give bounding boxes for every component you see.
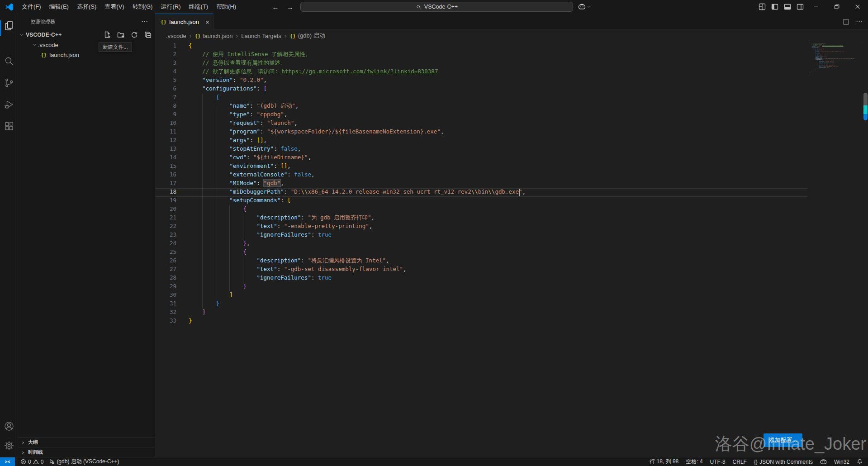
menu-item[interactable]: 帮助(H) <box>212 0 240 14</box>
breadcrumb-item[interactable]: Launch Targets <box>241 33 281 39</box>
command-center-search[interactable]: VSCode-C++ <box>300 2 573 12</box>
menu-item[interactable]: 运行(R) <box>157 0 185 14</box>
indentation-status[interactable]: 空格: 4 <box>686 458 702 466</box>
language-mode-status[interactable]: {} JSON with Comments <box>754 459 813 465</box>
line-number[interactable]: 30 <box>155 291 176 300</box>
code-line[interactable]: "miDebuggerPath": "D:\\x86_64-14.2.0-rel… <box>189 188 526 197</box>
line-number[interactable]: 29 <box>155 283 176 291</box>
nav-back-icon[interactable]: ← <box>270 0 281 14</box>
code-line[interactable]: ] <box>189 309 526 317</box>
line-number[interactable]: 7 <box>155 94 176 102</box>
refresh-icon[interactable] <box>131 31 138 38</box>
menu-item[interactable]: 查看(V) <box>100 0 128 14</box>
platform-status[interactable]: Win32 <box>834 459 849 465</box>
code-line[interactable]: "ignoreFailures": true <box>189 231 526 240</box>
code-line[interactable]: "cwd": "${fileDirname}", <box>189 154 526 162</box>
explorer-more-icon[interactable]: ⋯ <box>141 17 148 25</box>
line-number[interactable]: 10 <box>155 119 176 128</box>
toggle-primary-sidebar-icon[interactable] <box>771 3 778 10</box>
source-control-icon[interactable] <box>4 77 14 88</box>
breadcrumb-item[interactable]: .vscode <box>166 33 186 39</box>
line-number[interactable]: 3 <box>155 59 176 68</box>
code-line[interactable]: "type": "cppdbg", <box>189 111 526 119</box>
code-line[interactable]: } <box>189 283 526 291</box>
menu-item[interactable]: 选择(S) <box>73 0 100 14</box>
code-line[interactable]: "description": "将反汇编风格设置为 Intel", <box>189 257 526 266</box>
tree-item-launch-json[interactable]: {} launch.json <box>18 50 155 60</box>
line-number[interactable]: 23 <box>155 231 176 240</box>
customize-layout-icon[interactable] <box>759 3 766 10</box>
line-number[interactable]: 5 <box>155 76 176 85</box>
settings-gear-icon[interactable] <box>4 440 14 451</box>
collapse-all-icon[interactable] <box>144 31 152 38</box>
line-number[interactable]: 18 <box>155 188 176 197</box>
code-line[interactable]: // 悬停以查看现有属性的描述。 <box>189 59 526 68</box>
code-line[interactable]: // 使用 IntelliSense 了解相关属性。 <box>189 51 526 59</box>
line-number[interactable]: 25 <box>155 248 176 257</box>
encoding-status[interactable]: UTF-8 <box>710 459 726 465</box>
code-line[interactable]: "stopAtEntry": false, <box>189 145 526 154</box>
code-line[interactable]: "setupCommands": [ <box>189 197 526 205</box>
line-number[interactable]: 19 <box>155 197 176 205</box>
nav-forward-icon[interactable]: → <box>284 0 296 14</box>
code-line[interactable]: "request": "launch", <box>189 119 526 128</box>
code-line[interactable]: "externalConsole": false, <box>189 171 526 180</box>
code-line[interactable]: "program": "${workspaceFolder}/${fileBas… <box>189 128 526 137</box>
scrollbar-slider[interactable] <box>863 93 868 105</box>
code-line[interactable]: "version": "0.2.0", <box>189 76 526 85</box>
extensions-icon[interactable] <box>4 121 14 132</box>
code-line[interactable]: } <box>189 317 526 326</box>
debug-target-status[interactable]: (gdb) 启动 (VSCode-C++) <box>49 458 119 466</box>
line-number[interactable]: 2 <box>155 51 176 59</box>
code-line[interactable]: "configurations": [ <box>189 85 526 94</box>
code-line[interactable]: } <box>810 72 855 73</box>
workspace-section-header[interactable]: VSCODE-C++ <box>18 30 155 40</box>
code-line[interactable]: ] <box>189 291 526 300</box>
line-number[interactable]: 22 <box>155 223 176 231</box>
code-line[interactable]: }, <box>189 240 526 248</box>
search-view-icon[interactable] <box>4 56 14 67</box>
line-number[interactable]: 20 <box>155 205 176 214</box>
menu-item[interactable]: 文件(F) <box>18 0 45 14</box>
line-number[interactable]: 21 <box>155 214 176 223</box>
toggle-secondary-sidebar-icon[interactable] <box>797 3 804 10</box>
code-line[interactable]: { <box>189 248 526 257</box>
line-number[interactable]: 32 <box>155 309 176 317</box>
code-line[interactable]: { <box>189 42 526 51</box>
code-line[interactable]: "name": "(gdb) 启动", <box>189 102 526 111</box>
code-line[interactable]: "text": "-gdb-set disassembly-flavor int… <box>189 266 526 274</box>
line-number[interactable]: 33 <box>155 317 176 326</box>
line-number[interactable]: 28 <box>155 274 176 283</box>
breadcrumb-item[interactable]: {}launch.json <box>194 33 232 39</box>
notifications-bell[interactable] <box>857 459 863 465</box>
line-number[interactable]: 31 <box>155 300 176 309</box>
code-line[interactable]: "description": "为 gdb 启用整齐打印", <box>189 214 526 223</box>
line-number[interactable]: 17 <box>155 180 176 188</box>
code-line[interactable]: // 欲了解更多信息，请访问: https://go.microsoft.com… <box>189 68 526 76</box>
line-number[interactable]: 26 <box>155 257 176 266</box>
scrollbar[interactable] <box>862 42 868 457</box>
menu-item[interactable]: 编辑(E) <box>45 0 73 14</box>
line-number[interactable]: 15 <box>155 162 176 171</box>
tree-item-vscode-folder[interactable]: .vscode <box>18 40 155 50</box>
code-line[interactable]: } <box>189 300 526 309</box>
line-number[interactable]: 4 <box>155 68 176 76</box>
copilot-status[interactable] <box>820 458 827 465</box>
line-number[interactable]: 9 <box>155 111 176 119</box>
tab-close-icon[interactable]: × <box>205 19 209 25</box>
code-line[interactable]: "ignoreFailures": true <box>189 274 526 283</box>
explorer-icon[interactable] <box>4 20 14 31</box>
copilot-menu[interactable] <box>578 3 591 10</box>
line-number[interactable]: 8 <box>155 102 176 111</box>
account-icon[interactable] <box>4 421 14 432</box>
toggle-panel-icon[interactable] <box>784 3 791 10</box>
remote-indicator[interactable]: >< <box>0 457 15 466</box>
line-number[interactable]: 27 <box>155 266 176 274</box>
outline-section[interactable]: › 大纲 <box>18 437 155 447</box>
new-file-icon[interactable] <box>104 31 111 38</box>
line-number[interactable]: 13 <box>155 145 176 154</box>
line-number[interactable]: 6 <box>155 85 176 94</box>
code-line[interactable]: "environment": [], <box>189 162 526 171</box>
timeline-section[interactable]: › 时间线 <box>18 447 155 457</box>
line-number[interactable]: 16 <box>155 171 176 180</box>
